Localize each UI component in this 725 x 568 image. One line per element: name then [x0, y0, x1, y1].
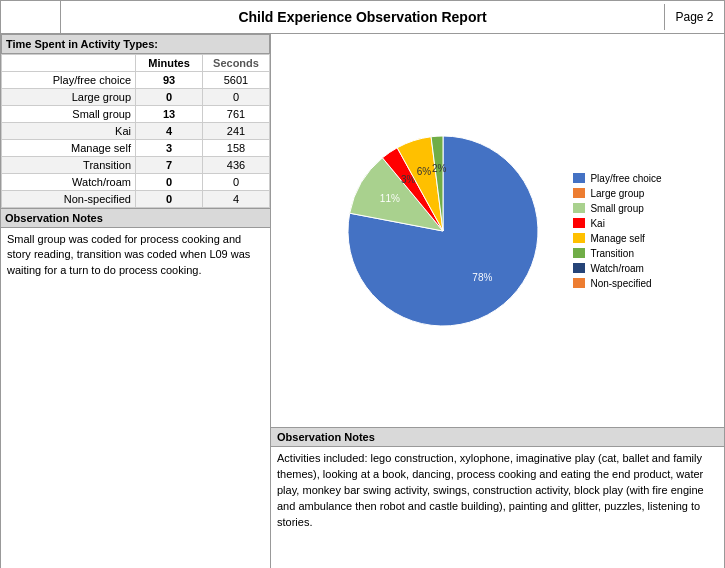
- svg-text:78%: 78%: [473, 272, 493, 283]
- legend-item: Non-specified: [573, 278, 661, 289]
- seconds-header: Seconds: [203, 55, 270, 72]
- table-row: Non-specified 0 4: [2, 191, 270, 208]
- obs-notes-right-header: Observation Notes: [271, 428, 724, 447]
- pie-chart: 78%11%3%6%2%: [333, 121, 553, 341]
- legend-label: Play/free choice: [590, 173, 661, 184]
- legend-item: Kai: [573, 218, 661, 229]
- svg-text:6%: 6%: [417, 165, 432, 176]
- legend-color-swatch: [573, 233, 585, 243]
- legend-label: Non-specified: [590, 278, 651, 289]
- legend-item: Play/free choice: [573, 173, 661, 184]
- legend-color-swatch: [573, 203, 585, 213]
- table-row: Large group 0 0: [2, 89, 270, 106]
- legend-label: Large group: [590, 188, 644, 199]
- table-row: Manage self 3 158: [2, 140, 270, 157]
- obs-notes-left-header: Observation Notes: [1, 209, 270, 228]
- page-title: Child Experience Observation Report: [61, 3, 664, 31]
- legend-item: Large group: [573, 188, 661, 199]
- legend-label: Watch/roam: [590, 263, 644, 274]
- svg-text:2%: 2%: [432, 163, 447, 174]
- svg-text:11%: 11%: [380, 193, 400, 204]
- right-panel: 78%11%3%6%2% Play/free choice Large grou…: [271, 34, 724, 568]
- obs-notes-right-text: Activities included: lego construction, …: [271, 447, 724, 535]
- legend-color-swatch: [573, 278, 585, 288]
- legend-color-swatch: [573, 173, 585, 183]
- left-panel: Time Spent in Activity Types: Minutes Se…: [1, 34, 271, 568]
- minutes-header: Minutes: [136, 55, 203, 72]
- legend-color-swatch: [573, 263, 585, 273]
- legend-item: Small group: [573, 203, 661, 214]
- obs-notes-left-text: Small group was coded for process cookin…: [1, 228, 270, 282]
- obs-notes-right: Observation Notes Activities included: l…: [271, 428, 724, 568]
- legend-color-swatch: [573, 248, 585, 258]
- legend-item: Watch/roam: [573, 263, 661, 274]
- table-row: Watch/roam 0 0: [2, 174, 270, 191]
- obs-notes-left: Observation Notes Small group was coded …: [1, 208, 270, 568]
- legend-label: Kai: [590, 218, 604, 229]
- activity-section-header: Time Spent in Activity Types:: [1, 34, 270, 54]
- main-layout: Time Spent in Activity Types: Minutes Se…: [0, 33, 725, 568]
- legend-item: Transition: [573, 248, 661, 259]
- activity-section: Time Spent in Activity Types: Minutes Se…: [1, 34, 270, 208]
- chart-area: 78%11%3%6%2% Play/free choice Large grou…: [271, 34, 724, 428]
- table-row: Small group 13 761: [2, 106, 270, 123]
- table-row: Transition 7 436: [2, 157, 270, 174]
- legend-color-swatch: [573, 188, 585, 198]
- page-number: Page 2: [664, 4, 724, 30]
- page-header: Child Experience Observation Report Page…: [0, 0, 725, 33]
- legend-label: Transition: [590, 248, 634, 259]
- legend-label: Manage self: [590, 233, 644, 244]
- legend-label: Small group: [590, 203, 643, 214]
- activity-table: Minutes Seconds Play/free choice 93 5601…: [1, 54, 270, 208]
- legend-item: Manage self: [573, 233, 661, 244]
- table-row: Kai 4 241: [2, 123, 270, 140]
- table-row: Play/free choice 93 5601: [2, 72, 270, 89]
- legend-color-swatch: [573, 218, 585, 228]
- chart-container: 78%11%3%6%2% Play/free choice Large grou…: [333, 121, 661, 341]
- chart-legend: Play/free choice Large group Small group…: [573, 173, 661, 289]
